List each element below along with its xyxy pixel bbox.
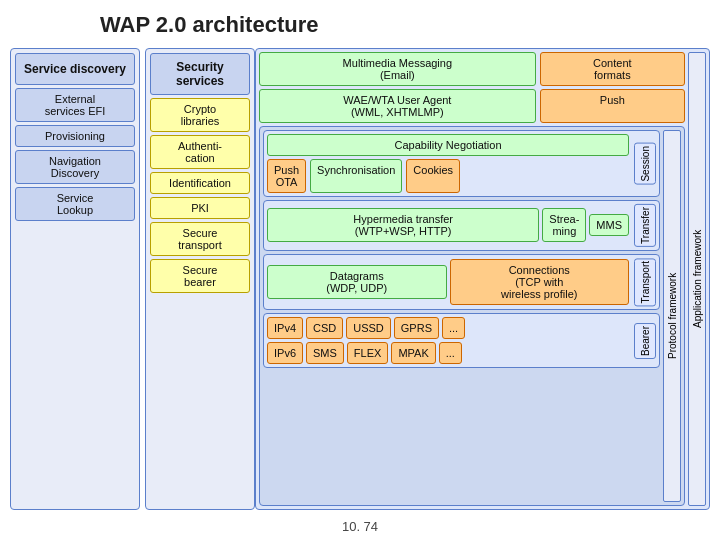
transport-col: Transport	[634, 258, 656, 306]
multimedia-messaging-box: Multimedia Messaging (Email)	[259, 52, 536, 86]
push-ota-box: Push OTA	[267, 159, 306, 193]
secure-bearer-box: Secure bearer	[150, 259, 250, 293]
flex-box: FLEX	[347, 342, 389, 364]
hypermedia-box: Hypermedia transfer (WTP+WSP, HTTP)	[267, 208, 539, 242]
protocol-framework-label: Protocol framework	[663, 130, 681, 502]
mid-column: Security services Crypto libraries Authe…	[145, 48, 255, 510]
bearer-col: Bearer	[634, 323, 656, 359]
external-services-box: External services EFI	[15, 88, 135, 122]
ellipsis1-box: ...	[442, 317, 465, 339]
transport-label: Transport	[634, 258, 656, 306]
authentication-box: Authenti- cation	[150, 135, 250, 169]
app-framework-col: Application framework	[688, 52, 706, 506]
crypto-libraries-box: Crypto libraries	[150, 98, 250, 132]
transfer-col: Transfer	[634, 204, 656, 247]
bearer-row2: IPv6 SMS FLEX MPAK ...	[267, 342, 629, 364]
csd-box: CSD	[306, 317, 343, 339]
bearer-label: Bearer	[634, 323, 656, 359]
right-inner: Multimedia Messaging (Email) Content for…	[255, 48, 710, 510]
bearer-row1: IPv4 CSD USSD GPRS ...	[267, 317, 629, 339]
provisioning-box: Provisioning	[15, 125, 135, 147]
right-area: Multimedia Messaging (Email) Content for…	[255, 48, 710, 510]
page-title: WAP 2.0 architecture	[0, 0, 720, 46]
protocol-framework-col: Protocol framework	[663, 130, 681, 502]
content-formats-box: Content formats	[540, 52, 685, 86]
ussd-box: USSD	[346, 317, 391, 339]
session-inner-row: Push OTA Synchronisation Cookies	[267, 159, 629, 193]
sms-box: SMS	[306, 342, 344, 364]
top-row: Multimedia Messaging (Email) Content for…	[259, 52, 685, 86]
pki-box: PKI	[150, 197, 250, 219]
navigation-discovery-box: Navigation Discovery	[15, 150, 135, 184]
session-label: Session	[634, 143, 656, 185]
service-discovery-box: Service discovery	[15, 53, 135, 85]
security-services-header: Security services	[150, 53, 250, 95]
second-row: WAE/WTA User Agent (WML, XHTMLMP) Push	[259, 89, 685, 123]
cookies-box: Cookies	[406, 159, 460, 193]
wae-wta-box: WAE/WTA User Agent (WML, XHTMLMP)	[259, 89, 536, 123]
streaming-box: Strea- ming	[542, 208, 586, 242]
identification-box: Identification	[150, 172, 250, 194]
page-number: 10. 74	[342, 519, 378, 534]
session-col: Session	[634, 143, 656, 185]
mpak-box: MPAK	[391, 342, 435, 364]
synchronisation-box: Synchronisation	[310, 159, 402, 193]
app-framework-label: Application framework	[688, 52, 706, 506]
left-column: Service discovery External services EFI …	[10, 48, 140, 510]
capability-negotiation-box: Capability Negotiation	[267, 134, 629, 156]
secure-transport-box: Secure transport	[150, 222, 250, 256]
ellipsis2-box: ...	[439, 342, 462, 364]
ipv6-box: IPv6	[267, 342, 303, 364]
mms-box: MMS	[589, 214, 629, 236]
connections-box: Connections (TCP with wireless profile)	[450, 259, 630, 305]
transfer-label: Transfer	[634, 204, 656, 247]
gprs-box: GPRS	[394, 317, 439, 339]
push-box: Push	[540, 89, 685, 123]
service-lookup-box: Service Lookup	[15, 187, 135, 221]
datagrams-box: Datagrams (WDP, UDP)	[267, 265, 447, 299]
ipv4-box: IPv4	[267, 317, 303, 339]
